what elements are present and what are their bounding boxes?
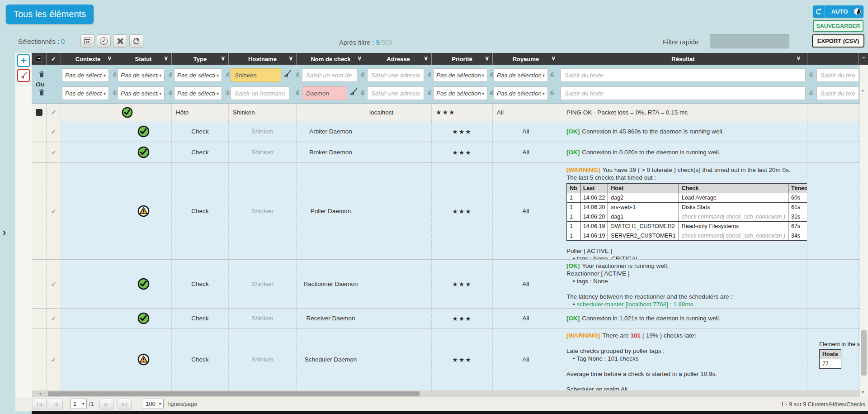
type-filter-select-row2[interactable]: Pas de sélection▾	[174, 86, 222, 100]
select-all-header[interactable]: ✓	[47, 53, 61, 65]
calendar-button[interactable]: 15	[80, 34, 94, 48]
statut-filter-select-row2[interactable]: Pas de sélection▾	[118, 86, 165, 100]
horizontal-scrollbar-thumb[interactable]	[48, 391, 420, 396]
tools-button[interactable]	[113, 34, 127, 48]
column-header-royaume[interactable]: Royaume∨	[493, 53, 559, 65]
save-button[interactable]: SAUVEGARDER	[813, 20, 863, 32]
priority-filter-select-row2[interactable]: Pas de sélection▾	[433, 86, 487, 100]
daemon-row-scheduler[interactable]: ✓ Check Shinken Scheduler Daemon ★★★ All…	[32, 328, 860, 391]
row-collapse-cell[interactable]	[32, 121, 47, 142]
add-filter-button[interactable]: +	[17, 54, 30, 67]
chevron-down-icon[interactable]: ∨	[288, 55, 293, 62]
contexte-filter-select-row1[interactable]: Pas de sélection▾	[62, 68, 109, 82]
export-csv-button[interactable]: EXPORT (CSV)	[812, 34, 864, 48]
column-config-button[interactable]: ≡	[859, 53, 868, 65]
chevron-down-icon[interactable]: ∨	[796, 55, 801, 62]
night-mode-icon[interactable]	[854, 8, 861, 15]
column-header-extra[interactable]	[807, 53, 859, 65]
vertical-scrollbar-thumb[interactable]	[861, 330, 867, 376]
row-collapse-cell[interactable]	[32, 142, 47, 162]
check-name-cell: Poller Daemon	[297, 163, 365, 259]
row-select-cell[interactable]: ✓	[47, 260, 61, 308]
row-collapse-cell[interactable]: −	[32, 104, 47, 121]
result-filter-input-row1[interactable]	[561, 68, 806, 82]
column-header-resultat[interactable]: Résultat∨	[559, 53, 807, 65]
hostname-filter-input-row2[interactable]	[231, 86, 289, 100]
extra-filter-input-row1[interactable]	[816, 68, 859, 82]
acknowledge-button[interactable]: ✓	[97, 34, 111, 48]
next-page-button[interactable]: ▶	[99, 399, 113, 409]
row-collapse-cell[interactable]	[32, 260, 47, 308]
chevron-down-icon[interactable]: ∨	[357, 55, 362, 62]
cell: 1	[567, 212, 580, 222]
extra-filter-input-row2[interactable]	[816, 86, 859, 100]
column-header-hostname[interactable]: Hostname∨	[229, 53, 297, 65]
scroll-arrow-icon[interactable]: ▾	[862, 88, 864, 93]
row-select-cell[interactable]: ✓	[47, 121, 61, 142]
contexte-filter-select-row2[interactable]: Pas de sélection▾	[62, 86, 109, 100]
host-row[interactable]: − ✓ Hôte Shinken localhost ★★★ All PING …	[32, 104, 860, 121]
previous-page-button[interactable]: ◀	[49, 399, 63, 409]
clear-filters-button[interactable]	[17, 69, 30, 82]
address-filter-input-row2[interactable]	[367, 86, 424, 100]
check-name-filter-input-row2[interactable]	[302, 86, 347, 100]
row-collapse-cell[interactable]	[32, 163, 47, 259]
delete-filter-row1-button[interactable]	[39, 71, 44, 79]
statut-filter-select-row1[interactable]: Pas de sélection▾	[118, 68, 165, 82]
chevron-down-icon[interactable]: ∨	[221, 55, 225, 62]
row-select-cell[interactable]: ✓	[47, 328, 61, 390]
priority-filter-select-row1[interactable]: Pas de sélection▾	[433, 68, 487, 82]
daemon-row-poller[interactable]: ✓ Check Shinken Poller Daemon ★★★ All [W…	[32, 163, 860, 260]
column-header-adresse[interactable]: Adresse∨	[365, 53, 432, 65]
quick-filter-input[interactable]	[710, 34, 789, 48]
extra-cell	[807, 163, 859, 259]
first-page-button[interactable]: ◀	[33, 399, 47, 409]
daemon-row-broker[interactable]: ✓ Check Shinken Broker Daemon ★★★ All [O…	[32, 142, 860, 163]
undo-button[interactable]	[129, 34, 143, 48]
row-select-cell[interactable]: ✓	[47, 142, 61, 162]
row-select-cell[interactable]: ✓	[47, 163, 61, 259]
table-header-row: − ✓ Contexte∨ Statut∨ Type∨ Hostname∨ No…	[32, 53, 868, 65]
column-header-type[interactable]: Type∨	[172, 53, 229, 65]
all-elements-button[interactable]: Tous les éléments	[6, 5, 94, 24]
column-header-nom-de-check[interactable]: Nom de check∨	[297, 53, 365, 65]
page-size-select[interactable]: 100▾	[143, 399, 164, 409]
last-page-button[interactable]: ▶	[118, 399, 132, 409]
column-header-priorite[interactable]: Priorité∨	[432, 53, 493, 65]
realm-filter-select-row2[interactable]: Pas de sélection▾	[494, 86, 548, 100]
realm-filter-select-row1[interactable]: Pas de sélection▾	[494, 68, 548, 82]
row-collapse-cell[interactable]	[32, 328, 47, 390]
address-filter-input-row1[interactable]	[367, 68, 424, 82]
row-collapse-cell[interactable]	[32, 309, 47, 328]
chevron-down-icon[interactable]: ∨	[424, 55, 428, 62]
chevron-down-icon[interactable]: ∨	[551, 55, 556, 62]
result-filter-input-row2[interactable]	[561, 86, 806, 100]
scroll-left-icon[interactable]: ◂	[39, 391, 41, 396]
clear-hostname-filter-button[interactable]	[283, 70, 292, 81]
horizontal-scrollbar[interactable]: ◂	[32, 390, 860, 397]
daemon-row-ractionner[interactable]: ✓ Check Shinken Ractionner Daemon ★★★ Al…	[32, 260, 860, 309]
scheduler-latency-link[interactable]: scheduler-master [localhost:7768] : 1.88…	[576, 301, 693, 308]
chevron-down-icon[interactable]: ∨	[164, 55, 168, 62]
row-select-cell[interactable]: ✓	[47, 104, 61, 121]
refresh-icon-segment[interactable]	[813, 5, 825, 18]
side-panel-toggle[interactable]: ›	[2, 225, 6, 239]
row-select-cell[interactable]: ✓	[47, 309, 61, 328]
scroll-down-icon[interactable]: ▾	[862, 390, 864, 395]
vertical-scrollbar[interactable]: ▾ ▾	[860, 65, 868, 397]
page-select[interactable]: 1▾	[71, 399, 87, 409]
status-cell	[115, 142, 172, 162]
auto-refresh-button[interactable]: AUTO	[813, 5, 863, 18]
type-filter-select-row1[interactable]: Pas de sélection▾	[174, 68, 222, 82]
delete-filter-row2-button[interactable]	[39, 89, 44, 97]
column-header-statut[interactable]: Statut∨	[115, 53, 172, 65]
daemon-row-arbiter[interactable]: ✓ Check Shinken Arbiter Daemon ★★★ All […	[32, 121, 860, 142]
chevron-down-icon[interactable]: ∨	[485, 55, 489, 62]
chevron-down-icon[interactable]: ∨	[107, 55, 112, 62]
clear-check-name-filter-button[interactable]	[349, 88, 358, 99]
column-header-contexte[interactable]: Contexte∨	[61, 53, 115, 65]
select-none-header[interactable]: −	[32, 53, 47, 65]
hostname-filter-input-row1[interactable]	[231, 68, 281, 82]
daemon-row-receiver[interactable]: ✓ Check Shinken Receiver Daemon ★★★ All …	[32, 309, 860, 328]
check-name-filter-input-row1[interactable]	[302, 68, 357, 82]
